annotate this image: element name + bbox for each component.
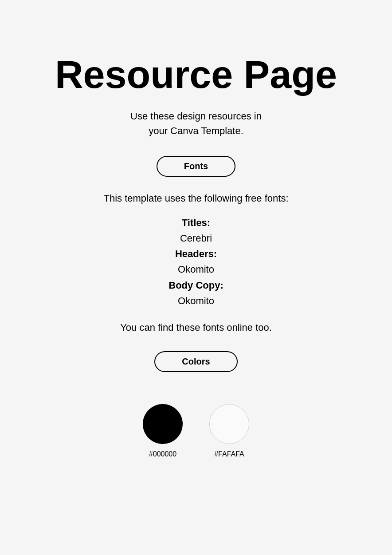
colors-section: Colors #000000 #FAFAFA — [18, 351, 374, 458]
fonts-badge: Fonts — [157, 156, 235, 177]
color-circle-black — [143, 404, 183, 444]
body-copy-label: Body Copy: — [169, 278, 223, 293]
font-list: Titles: Cerebri Headers: Okomito Body Co… — [169, 215, 223, 309]
color-swatches: #000000 #FAFAFA — [143, 404, 249, 458]
color-swatch-white: #FAFAFA — [209, 404, 249, 458]
titles-label: Titles: — [169, 215, 223, 230]
color-label-black: #000000 — [149, 450, 176, 458]
font-find-text: You can find these fonts online too. — [120, 322, 272, 333]
colors-badge: Colors — [154, 351, 237, 372]
body-copy-value: Okomito — [169, 293, 223, 309]
page-subtitle: Use these design resources in your Canva… — [130, 109, 262, 138]
color-label-white: #FAFAFA — [214, 450, 244, 458]
fonts-description: This template uses the following free fo… — [104, 193, 289, 204]
headers-value: Okomito — [169, 262, 223, 277]
page-title: Resource Page — [55, 53, 337, 96]
titles-value: Cerebri — [169, 230, 223, 246]
color-swatch-black: #000000 — [143, 404, 183, 458]
color-circle-white — [209, 404, 249, 444]
headers-label: Headers: — [169, 246, 223, 262]
